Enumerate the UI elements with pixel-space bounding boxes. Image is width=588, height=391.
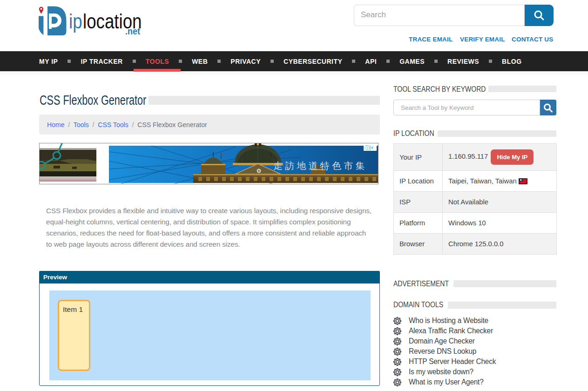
svg-text:ⓘ|×: ⓘ|× xyxy=(365,145,373,150)
svg-text:走訪地道特色市集: 走訪地道特色市集 xyxy=(273,161,367,171)
svg-text:.net: .net xyxy=(125,26,141,36)
svg-text:ip: ip xyxy=(69,10,82,33)
